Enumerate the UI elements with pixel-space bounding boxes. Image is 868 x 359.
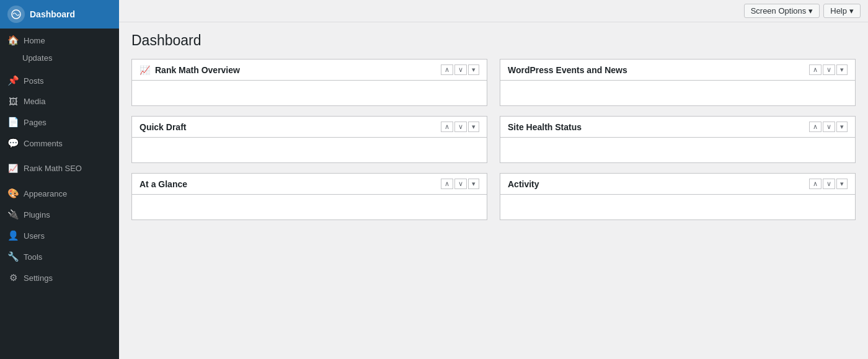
widget-header-wp-events-news: WordPress Events and News ∧ ∨ ▾ bbox=[500, 60, 855, 81]
widget-toggle-button[interactable]: ▾ bbox=[836, 64, 848, 75]
home-icon: 🏠 bbox=[7, 35, 19, 46]
widget-controls-rank-math: ∧ ∨ ▾ bbox=[441, 64, 479, 75]
widget-header-site-health: Site Health Status ∧ ∨ ▾ bbox=[500, 117, 855, 138]
widget-rank-math-overview: 📈 Rank Math Overview ∧ ∨ ▾ bbox=[131, 59, 487, 106]
widget-col-right: WordPress Events and News ∧ ∨ ▾ bbox=[494, 59, 856, 230]
widget-header-rank-math-overview: 📈 Rank Math Overview ∧ ∨ ▾ bbox=[132, 60, 487, 81]
widget-header-activity: Activity ∧ ∨ ▾ bbox=[500, 174, 855, 195]
sidebar-item-tools[interactable]: 🔧 Tools bbox=[0, 246, 119, 267]
sidebar-logo[interactable]: Dashboard bbox=[0, 0, 119, 29]
widget-header-at-a-glance: At a Glance ∧ ∨ ▾ bbox=[132, 174, 487, 195]
sidebar-item-label: Users bbox=[24, 231, 45, 241]
content-area: Dashboard 📈 Rank Math Overview ∧ ∨ ▾ bbox=[119, 22, 868, 359]
at-a-glance-title-text: At a Glance bbox=[140, 179, 187, 189]
widget-body-rank-math bbox=[132, 81, 487, 105]
topbar: Screen Options ▾ Help ▾ bbox=[119, 0, 868, 22]
sidebar-dashboard-label: Dashboard bbox=[30, 9, 75, 19]
quick-draft-title-text: Quick Draft bbox=[140, 122, 186, 132]
widget-controls-site-health: ∧ ∨ ▾ bbox=[809, 122, 848, 132]
widget-controls-quick-draft: ∧ ∨ ▾ bbox=[441, 122, 479, 132]
widget-up-button[interactable]: ∧ bbox=[441, 179, 453, 189]
widget-toggle-button[interactable]: ▾ bbox=[468, 179, 479, 189]
widget-body-quick-draft bbox=[132, 138, 487, 162]
plugins-icon: 🔌 bbox=[7, 209, 19, 220]
sidebar-item-appearance[interactable]: 🎨 Appearance bbox=[0, 183, 119, 204]
sidebar-item-comments[interactable]: 💬 Comments bbox=[0, 133, 119, 154]
widget-col-left: 📈 Rank Math Overview ∧ ∨ ▾ bbox=[131, 59, 494, 230]
widget-down-button[interactable]: ∨ bbox=[823, 64, 835, 75]
widget-title-quick-draft: Quick Draft bbox=[140, 122, 186, 132]
wp-events-title-text: WordPress Events and News bbox=[508, 65, 627, 75]
media-icon: 🖼 bbox=[7, 96, 19, 107]
widget-title-rank-math-overview: 📈 Rank Math Overview bbox=[140, 65, 240, 75]
activity-title-text: Activity bbox=[508, 179, 539, 189]
sidebar-item-label: Home bbox=[24, 36, 45, 45]
widget-down-button[interactable]: ∨ bbox=[823, 122, 835, 132]
widget-body-at-a-glance bbox=[132, 195, 487, 219]
widget-down-button[interactable]: ∨ bbox=[454, 122, 467, 132]
widget-up-button[interactable]: ∧ bbox=[809, 179, 822, 189]
widget-down-button[interactable]: ∨ bbox=[454, 179, 467, 189]
widget-title-activity: Activity bbox=[508, 179, 539, 189]
widget-header-quick-draft: Quick Draft ∧ ∨ ▾ bbox=[132, 117, 487, 138]
sidebar-item-label: Media bbox=[24, 97, 45, 106]
sidebar-item-users[interactable]: 👤 Users bbox=[0, 225, 119, 246]
sidebar-item-label: Plugins bbox=[24, 210, 50, 219]
help-button[interactable]: Help ▾ bbox=[823, 4, 861, 18]
pages-icon: 📄 bbox=[7, 117, 19, 128]
widget-body-activity bbox=[500, 195, 855, 219]
sidebar-item-home[interactable]: 🏠 Home bbox=[0, 29, 119, 51]
screen-options-button[interactable]: Screen Options ▾ bbox=[744, 4, 820, 18]
widget-up-button[interactable]: ∧ bbox=[441, 122, 453, 132]
tools-icon: 🔧 bbox=[7, 251, 19, 262]
widget-site-health-status: Site Health Status ∧ ∨ ▾ bbox=[500, 116, 856, 163]
widget-controls-wp-events: ∧ ∨ ▾ bbox=[809, 64, 848, 75]
widget-title-site-health: Site Health Status bbox=[508, 122, 582, 132]
sidebar-item-pages[interactable]: 📄 Pages bbox=[0, 112, 119, 133]
sidebar-item-label: Posts bbox=[24, 76, 44, 86]
widget-title-wp-events-news: WordPress Events and News bbox=[508, 65, 627, 75]
rank-math-icon: 📈 bbox=[7, 164, 19, 173]
widget-at-a-glance: At a Glance ∧ ∨ ▾ bbox=[131, 173, 487, 220]
widget-up-button[interactable]: ∧ bbox=[809, 122, 822, 132]
widget-toggle-button[interactable]: ▾ bbox=[468, 64, 479, 75]
widget-down-button[interactable]: ∨ bbox=[454, 64, 467, 75]
widget-toggle-button[interactable]: ▾ bbox=[468, 122, 479, 132]
widget-body-wp-events bbox=[500, 81, 855, 105]
sidebar-item-label: Appearance bbox=[24, 189, 67, 198]
wp-logo-icon bbox=[7, 6, 25, 23]
sidebar-item-label: Pages bbox=[24, 118, 46, 127]
sidebar-item-updates[interactable]: Updates bbox=[0, 51, 119, 65]
sidebar-item-label: Rank Math SEO bbox=[24, 164, 82, 173]
widget-activity: Activity ∧ ∨ ▾ bbox=[500, 173, 856, 220]
comments-icon: 💬 bbox=[7, 138, 19, 149]
appearance-icon: 🎨 bbox=[7, 188, 19, 199]
sidebar-item-media[interactable]: 🖼 Media bbox=[0, 91, 119, 112]
sidebar-item-label: Comments bbox=[24, 139, 63, 148]
widget-toggle-button[interactable]: ▾ bbox=[836, 179, 848, 189]
widget-controls-at-a-glance: ∧ ∨ ▾ bbox=[441, 179, 479, 189]
sidebar-item-label: Settings bbox=[24, 273, 53, 283]
posts-icon: 📌 bbox=[7, 75, 19, 86]
sidebar: Dashboard 🏠 Home Updates 📌 Posts 🖼 Media… bbox=[0, 0, 119, 359]
sidebar-item-plugins[interactable]: 🔌 Plugins bbox=[0, 204, 119, 225]
widget-toggle-button[interactable]: ▾ bbox=[836, 122, 848, 132]
screen-options-label: Screen Options bbox=[751, 6, 807, 16]
widget-up-button[interactable]: ∧ bbox=[809, 64, 822, 75]
sidebar-item-label: Updates bbox=[22, 53, 52, 63]
sidebar-item-posts[interactable]: 📌 Posts bbox=[0, 70, 119, 91]
rank-math-widget-icon: 📈 bbox=[140, 65, 150, 75]
widget-body-site-health bbox=[500, 138, 855, 162]
settings-icon: ⚙ bbox=[7, 272, 19, 283]
sidebar-item-settings[interactable]: ⚙ Settings bbox=[0, 267, 119, 288]
widget-grid: 📈 Rank Math Overview ∧ ∨ ▾ bbox=[131, 59, 856, 230]
page-title: Dashboard bbox=[131, 32, 856, 49]
widget-title-at-a-glance: At a Glance bbox=[140, 179, 187, 189]
widget-up-button[interactable]: ∧ bbox=[441, 64, 453, 75]
screen-options-dropdown-icon: ▾ bbox=[808, 6, 813, 16]
help-dropdown-icon: ▾ bbox=[849, 6, 854, 16]
sidebar-item-label: Tools bbox=[24, 252, 42, 262]
sidebar-item-rank-math-seo[interactable]: 📈 Rank Math SEO bbox=[0, 159, 119, 178]
widget-title-text: Rank Math Overview bbox=[155, 65, 240, 75]
widget-down-button[interactable]: ∨ bbox=[823, 179, 835, 189]
